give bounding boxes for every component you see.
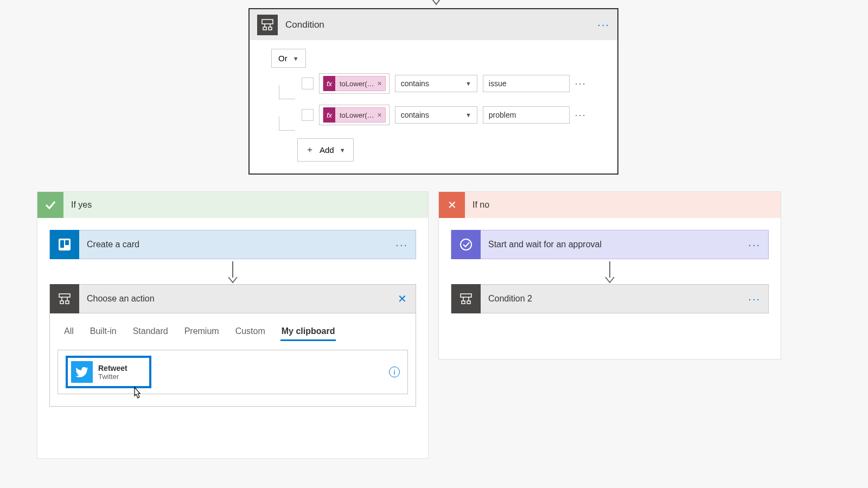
operator-select[interactable]: contains ▼ — [395, 106, 477, 124]
fx-token[interactable]: fx toLower(… × — [323, 76, 386, 91]
choose-action-title: Choose an action — [79, 294, 398, 304]
condition-2-title: Condition 2 — [481, 294, 748, 304]
svg-rect-12 — [467, 301, 470, 304]
operator-label: contains — [401, 111, 429, 119]
value-input[interactable] — [483, 106, 570, 124]
approval-title: Start and wait for an approval — [481, 240, 748, 249]
tab-standard[interactable]: Standard — [132, 323, 169, 341]
condition-title: Condition — [285, 20, 597, 30]
tree-line — [279, 117, 295, 131]
add-label: Add — [320, 145, 334, 155]
condition-row-1: fx toLower(… × contains ▼ ··· — [271, 73, 596, 99]
condition-icon — [257, 15, 278, 35]
chevron-down-icon: ▼ — [465, 80, 471, 87]
logic-operator-select[interactable]: Or ▼ — [271, 49, 306, 68]
tree-line — [279, 85, 295, 99]
clipboard-item-retweet[interactable]: Retweet Twitter — [66, 356, 151, 388]
add-row-button[interactable]: ＋ Add ▼ — [297, 138, 354, 162]
create-card-action[interactable]: Create a card ··· — [49, 230, 416, 259]
twitter-icon — [71, 361, 93, 383]
svg-rect-1 — [263, 27, 266, 30]
condition-header: Condition ··· — [250, 9, 617, 40]
clipboard-item-title: Retweet — [98, 364, 127, 373]
row-menu[interactable]: ··· — [575, 78, 586, 89]
value-input[interactable] — [483, 75, 570, 92]
svg-rect-7 — [60, 301, 63, 304]
operator-label: contains — [401, 79, 429, 88]
tab-custom[interactable]: Custom — [234, 323, 266, 341]
tab-all[interactable]: All — [63, 323, 75, 341]
operator-select[interactable]: contains ▼ — [395, 75, 477, 92]
expression-field[interactable]: fx toLower(… × — [319, 73, 390, 94]
svg-rect-11 — [462, 301, 465, 304]
if-yes-branch: If yes Create a card ··· Choose an actio… — [37, 191, 429, 459]
if-no-header: ✕ If no — [439, 192, 781, 218]
svg-rect-2 — [269, 27, 272, 30]
check-icon — [37, 192, 63, 218]
action-menu[interactable]: ··· — [748, 293, 768, 305]
svg-rect-10 — [461, 294, 471, 297]
clipboard-item-text: Retweet Twitter — [98, 364, 127, 381]
if-yes-header: If yes — [37, 192, 428, 218]
flow-arrow-top — [430, 0, 442, 9]
if-no-branch: ✕ If no Start and wait for an approval ·… — [438, 191, 781, 359]
chevron-down-icon: ▼ — [340, 147, 346, 153]
fx-text: toLower(… — [340, 111, 374, 119]
choose-action-header: Choose an action ✕ — [49, 284, 416, 313]
svg-rect-0 — [262, 20, 273, 24]
logic-operator-label: Or — [278, 54, 288, 63]
tab-builtin[interactable]: Built-in — [89, 323, 118, 341]
token-remove[interactable]: × — [378, 111, 382, 119]
condition-2-action[interactable]: Condition 2 ··· — [451, 284, 769, 313]
svg-rect-4 — [60, 240, 64, 248]
condition-card: Condition ··· Or ▼ fx toLower(… × contai… — [248, 8, 618, 175]
fx-icon: fx — [323, 107, 335, 123]
condition-row-2: fx toLower(… × contains ▼ ··· — [271, 105, 596, 131]
create-card-title: Create a card — [79, 240, 395, 249]
expression-field[interactable]: fx toLower(… × — [319, 105, 390, 125]
svg-rect-6 — [59, 294, 70, 297]
token-remove[interactable]: × — [378, 79, 382, 88]
action-menu[interactable]: ··· — [395, 239, 416, 251]
fx-text: toLower(… — [340, 80, 374, 88]
info-icon[interactable]: i — [389, 367, 400, 377]
approval-icon — [451, 230, 481, 259]
fx-icon: fx — [323, 76, 335, 91]
plus-icon: ＋ — [305, 144, 314, 156]
approval-action[interactable]: Start and wait for an approval ··· — [451, 230, 769, 259]
close-icon[interactable]: ✕ — [398, 292, 416, 305]
if-no-label: If no — [473, 200, 489, 210]
condition-body: Or ▼ fx toLower(… × contains ▼ — [250, 40, 617, 174]
choose-action-icon — [50, 284, 79, 313]
clipboard-area: Retweet Twitter i — [58, 350, 408, 394]
trello-icon — [50, 230, 79, 259]
action-menu[interactable]: ··· — [748, 239, 768, 251]
svg-rect-8 — [66, 301, 69, 304]
choose-action-body: All Built-in Standard Premium Custom My … — [49, 313, 416, 407]
flow-arrow — [451, 259, 769, 284]
row-checkbox[interactable] — [302, 78, 314, 89]
fx-token[interactable]: fx toLower(… × — [323, 107, 386, 123]
row-checkbox[interactable] — [302, 109, 314, 121]
condition-icon — [451, 284, 481, 313]
clipboard-item-subtitle: Twitter — [98, 373, 127, 381]
svg-point-9 — [461, 239, 471, 250]
if-yes-label: If yes — [71, 200, 92, 210]
close-icon: ✕ — [439, 192, 465, 218]
svg-rect-5 — [65, 240, 69, 245]
chevron-down-icon: ▼ — [465, 112, 471, 118]
flow-arrow — [49, 259, 416, 284]
tab-premium[interactable]: Premium — [183, 323, 220, 341]
tab-my-clipboard[interactable]: My clipboard — [280, 323, 336, 341]
condition-menu[interactable]: ··· — [597, 18, 610, 31]
chevron-down-icon: ▼ — [293, 55, 299, 62]
row-menu[interactable]: ··· — [575, 110, 586, 121]
action-tabs: All Built-in Standard Premium Custom My … — [58, 323, 408, 346]
